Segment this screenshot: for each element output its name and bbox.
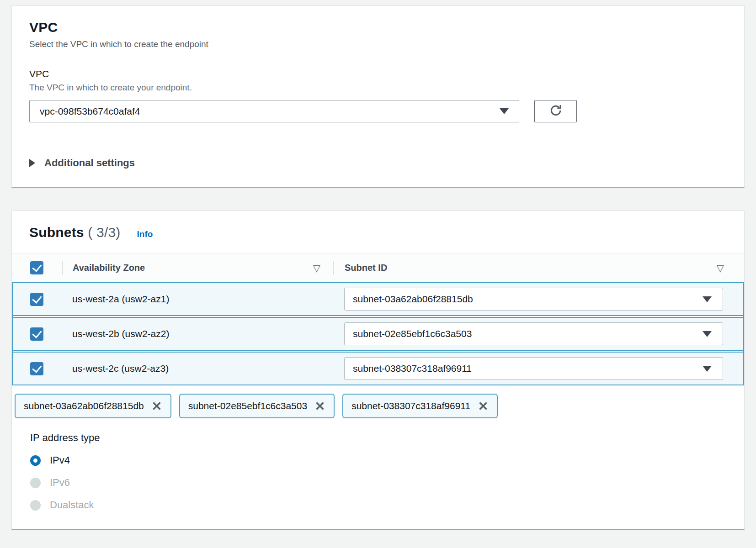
subnet-id-header-label: Subnet ID [345,263,387,273]
radio-disabled-icon [30,500,41,511]
chip-label: subnet-03a62ab06f28815db [24,400,144,411]
radio-option-dualstack: Dualstack [30,499,727,511]
subnet-select[interactable]: subnet-02e85ebf1c6c3a503 [344,322,723,345]
subnet-id-column-header: Subnet ID ▽ [334,263,744,274]
ip-address-type-label: IP address type [30,432,727,444]
radio-disabled-icon [30,478,41,488]
refresh-icon [549,104,563,119]
vpc-panel-header: VPC Select the VPC in which to create th… [12,6,744,49]
subnet-chip: subnet-03a62ab06f28815db [15,394,171,418]
additional-settings-expander[interactable]: Additional settings [12,145,744,187]
page: VPC Select the VPC in which to create th… [0,0,756,530]
vpc-select-row: vpc-098f53b674c0afaf4 [29,100,727,122]
row-checkbox[interactable] [30,327,43,341]
header-checkbox-cell [12,261,62,274]
subnet-select[interactable]: subnet-03a62ab06f28815db [344,288,723,311]
vpc-panel: VPC Select the VPC in which to create th… [11,5,745,188]
vpc-form: VPC The VPC in which to create your endp… [12,49,744,122]
select-all-checkbox[interactable] [30,261,43,274]
subnets-table-body: us-west-2a (usw2-az1) subnet-03a62ab06f2… [12,282,744,385]
table-row: us-west-2c (usw2-az3) subnet-038307c318a… [13,352,743,385]
chip-label: subnet-02e85ebf1c6c3a503 [188,400,307,411]
availability-zone-value: us-west-2a (usw2-az1) [62,294,333,305]
additional-settings-label: Additional settings [44,157,135,169]
radio-label: IPv4 [50,454,70,466]
vpc-panel-subtitle: Select the VPC in which to create the en… [29,39,727,49]
refresh-button[interactable] [534,100,577,122]
radio-label: IPv6 [50,477,70,489]
info-link[interactable]: Info [137,229,153,239]
table-row: us-west-2b (usw2-az2) subnet-02e85ebf1c6… [13,317,743,351]
sort-down-icon[interactable]: ▽ [717,263,724,274]
expand-right-icon [29,159,35,167]
chevron-down-icon [500,108,509,114]
vpc-panel-title: VPC [29,20,727,35]
vpc-select[interactable]: vpc-098f53b674c0afaf4 [29,100,519,122]
selected-subnet-chips: subnet-03a62ab06f28815db subnet-02e85ebf… [15,394,744,418]
subnets-title-text: Subnets [29,225,84,240]
radio-checked-icon [30,455,41,466]
vpc-field-description: The VPC in which to create your endpoint… [29,83,727,93]
vpc-field-label: VPC [29,68,727,79]
chip-label: subnet-038307c318af96911 [351,400,470,411]
ip-address-type-group: IP address type IPv4 IPv6 Dualstack [12,418,744,529]
availability-zone-header-label: Availability Zone [73,263,145,273]
subnet-select-value: subnet-02e85ebf1c6c3a503 [353,328,472,339]
close-icon[interactable] [151,400,162,411]
subnets-panel-header: Subnets ( 3/3) Info [12,211,744,253]
chevron-down-icon [703,366,712,372]
chevron-down-icon [703,296,712,302]
subnets-count: ( 3/3) [88,225,120,240]
subnet-chip: subnet-02e85ebf1c6c3a503 [179,394,335,418]
radio-option-ipv4[interactable]: IPv4 [30,454,727,466]
subnet-select-value: subnet-038307c318af96911 [353,363,472,374]
subnets-table-header: Availability Zone ▽ Subnet ID ▽ [12,253,744,282]
row-checkbox[interactable] [30,293,43,306]
close-icon[interactable] [314,400,325,411]
chevron-down-icon [703,331,712,337]
vpc-select-value: vpc-098f53b674c0afaf4 [40,106,140,117]
subnets-panel-title: Subnets ( 3/3) [29,225,121,240]
close-icon[interactable] [478,400,489,411]
subnet-select-value: subnet-03a62ab06f28815db [353,294,473,305]
subnet-select[interactable]: subnet-038307c318af96911 [344,357,723,380]
availability-zone-column-header: Availability Zone ▽ [63,263,333,274]
availability-zone-value: us-west-2c (usw2-az3) [62,363,333,374]
radio-option-ipv6: IPv6 [30,477,727,489]
subnets-panel: Subnets ( 3/3) Info Availability Zone ▽ … [11,211,745,530]
subnet-chip: subnet-038307c318af96911 [342,394,498,418]
availability-zone-value: us-west-2b (usw2-az2) [62,328,333,339]
radio-label: Dualstack [50,499,94,511]
sort-down-icon[interactable]: ▽ [313,263,320,274]
table-row: us-west-2a (usw2-az1) subnet-03a62ab06f2… [13,282,743,316]
row-checkbox[interactable] [30,362,43,375]
